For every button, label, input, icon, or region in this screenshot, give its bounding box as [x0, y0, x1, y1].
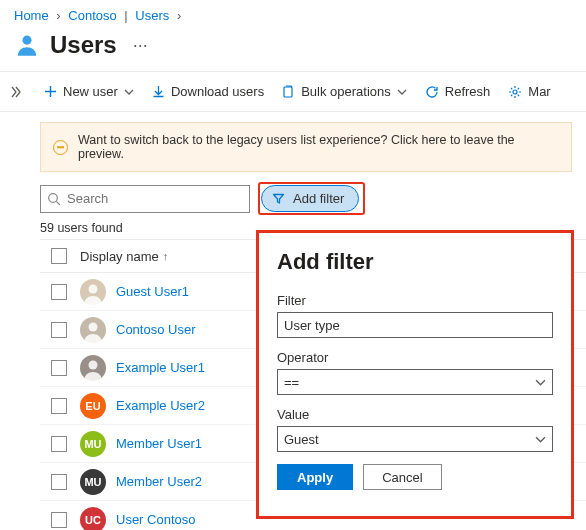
new-user-label: New user [63, 84, 118, 99]
chevron-right-icon: › [56, 8, 60, 23]
user-icon [14, 32, 40, 58]
refresh-label: Refresh [445, 84, 491, 99]
row-checkbox[interactable] [51, 474, 67, 490]
info-icon [53, 140, 68, 155]
svg-point-6 [89, 360, 98, 369]
new-user-button[interactable]: New user [36, 78, 142, 105]
gear-icon [508, 85, 522, 99]
column-displayname[interactable]: Display name ↑ [80, 249, 168, 264]
row-checkbox[interactable] [51, 512, 67, 528]
add-filter-panel: Add filter Filter User type Operator == … [259, 233, 571, 502]
legacy-banner[interactable]: Want to switch back to the legacy users … [40, 122, 572, 172]
user-link[interactable]: Example User1 [116, 360, 205, 375]
plus-icon [44, 85, 57, 98]
chevron-down-icon [397, 87, 407, 97]
operator-select[interactable]: == [277, 369, 553, 395]
breadcrumb-section[interactable]: Users [135, 8, 169, 23]
svg-point-4 [89, 284, 98, 293]
value-label: Value [277, 407, 553, 422]
bulk-operations-button[interactable]: Bulk operations [274, 78, 415, 105]
value-select[interactable]: Guest [277, 426, 553, 452]
breadcrumb-home[interactable]: Home [14, 8, 49, 23]
user-link[interactable]: Member User1 [116, 436, 202, 451]
toolbar: New user Download users Bulk operations … [30, 72, 586, 111]
refresh-icon [425, 85, 439, 99]
user-link[interactable]: Example User2 [116, 398, 205, 413]
download-users-label: Download users [171, 84, 264, 99]
row-checkbox[interactable] [51, 436, 67, 452]
select-all-checkbox[interactable] [51, 248, 67, 264]
chevron-right-icon: › [177, 8, 181, 23]
chevron-down-icon [535, 377, 546, 388]
filter-field-input[interactable]: User type [277, 312, 553, 338]
svg-point-3 [49, 193, 58, 202]
user-link[interactable]: Member User2 [116, 474, 202, 489]
pipe-icon: | [124, 8, 127, 23]
filter-panel-title: Add filter [277, 249, 553, 275]
svg-point-0 [22, 36, 31, 45]
filter-icon [272, 192, 285, 205]
user-link[interactable]: Contoso User [116, 322, 195, 337]
expand-sidebar-button[interactable] [0, 75, 30, 109]
search-icon [47, 192, 61, 206]
operator-label: Operator [277, 350, 553, 365]
download-users-button[interactable]: Download users [144, 78, 272, 105]
bulk-ops-label: Bulk operations [301, 84, 391, 99]
add-filter-label: Add filter [293, 191, 344, 206]
bulk-icon [282, 85, 295, 99]
avatar [80, 317, 106, 343]
banner-text: Want to switch back to the legacy users … [78, 133, 559, 161]
svg-rect-1 [284, 87, 292, 97]
chevron-down-icon [124, 87, 134, 97]
apply-button[interactable]: Apply [277, 464, 353, 490]
page-title: Users [50, 31, 117, 59]
add-filter-button[interactable]: Add filter [261, 185, 359, 212]
breadcrumb-org[interactable]: Contoso [68, 8, 116, 23]
sort-asc-icon: ↑ [163, 250, 169, 262]
breadcrumb: Home › Contoso | Users › [0, 0, 586, 27]
user-link[interactable]: User Contoso [116, 512, 195, 527]
download-icon [152, 85, 165, 98]
user-link[interactable]: Guest User1 [116, 284, 189, 299]
avatar: MU [80, 431, 106, 457]
row-checkbox[interactable] [51, 398, 67, 414]
svg-point-2 [513, 90, 517, 94]
svg-point-5 [89, 322, 98, 331]
cancel-button[interactable]: Cancel [363, 464, 441, 490]
row-checkbox[interactable] [51, 360, 67, 376]
row-checkbox[interactable] [51, 322, 67, 338]
search-box[interactable] [40, 185, 250, 213]
avatar: UC [80, 507, 106, 531]
manage-label: Mar [528, 84, 550, 99]
highlight-filter-panel: Add filter Filter User type Operator == … [256, 230, 574, 519]
search-input[interactable] [67, 191, 243, 206]
filter-label: Filter [277, 293, 553, 308]
avatar: MU [80, 469, 106, 495]
avatar [80, 355, 106, 381]
more-menu-button[interactable]: ··· [127, 38, 154, 52]
refresh-button[interactable]: Refresh [417, 78, 499, 105]
manage-button[interactable]: Mar [500, 78, 558, 105]
chevron-down-icon [535, 434, 546, 445]
avatar: EU [80, 393, 106, 419]
avatar [80, 279, 106, 305]
row-checkbox[interactable] [51, 284, 67, 300]
highlight-add-filter: Add filter [258, 182, 365, 215]
